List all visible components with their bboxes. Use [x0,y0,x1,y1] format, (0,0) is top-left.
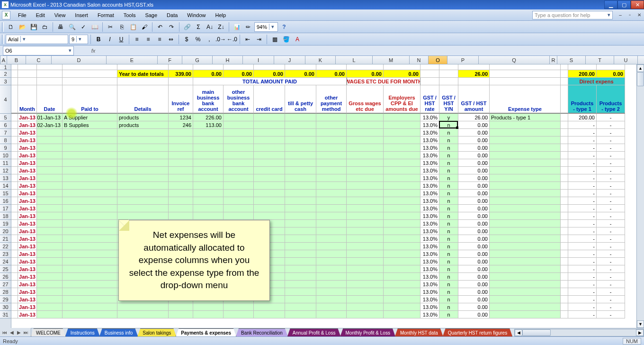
cell[interactable] [254,144,285,152]
cell[interactable]: - [597,144,625,152]
cell[interactable] [490,144,561,152]
cell[interactable] [37,212,63,220]
cell[interactable]: Jan-13 [18,182,37,190]
cell[interactable]: 0.00 [458,144,490,152]
menu-window[interactable]: Window [182,11,210,19]
cell[interactable]: - [568,220,597,227]
underline-icon[interactable]: U [116,34,126,45]
cell[interactable] [316,212,347,220]
cell[interactable] [169,152,193,159]
cell[interactable]: n [439,265,458,273]
cell[interactable]: till & petty cash [285,85,316,114]
cell[interactable]: 226.00 [193,114,224,121]
font-combo[interactable]: Arial ▾ [6,35,68,44]
cell[interactable] [11,205,18,212]
cell[interactable]: - [597,212,625,220]
cell[interactable] [11,296,18,303]
cell[interactable]: - [568,296,597,303]
cell[interactable] [347,250,384,258]
cell[interactable]: Jan-13 [18,265,37,273]
cell[interactable]: Jan-13 [18,250,37,258]
cell[interactable]: n [439,273,458,281]
row-header[interactable]: 18 [0,212,11,220]
cell[interactable] [11,258,18,265]
cell[interactable] [420,64,439,70]
cell[interactable]: - [597,265,625,273]
cell[interactable]: 0.00 [597,70,625,78]
increase-indent-icon[interactable]: ⇥ [254,34,264,45]
cell[interactable] [490,265,561,273]
cell[interactable]: Jan-13 [18,114,37,121]
cell[interactable] [384,212,420,220]
cell[interactable] [63,235,117,243]
cell[interactable] [37,159,63,167]
cell[interactable] [224,303,254,311]
cell[interactable]: 0.00 [316,70,347,78]
cell[interactable]: 0.00 [458,190,490,197]
cell[interactable] [63,205,117,212]
cell[interactable] [316,64,347,70]
column-header[interactable]: H [213,56,243,64]
cell[interactable] [11,303,18,311]
row-header[interactable]: 14 [0,182,11,190]
cell[interactable] [193,190,224,197]
cell[interactable]: Jan-13 [18,220,37,227]
cell[interactable]: - [597,281,625,288]
cell[interactable] [254,136,285,144]
cell[interactable]: n [439,288,458,296]
cell[interactable]: 13.0% [420,212,439,220]
cell[interactable]: 0.00 [224,70,254,78]
cell[interactable]: 246 [169,121,193,129]
cell[interactable] [316,167,347,174]
cell[interactable] [63,303,117,311]
cell[interactable]: 0.00 [458,197,490,205]
cell[interactable] [285,265,316,273]
cell[interactable] [316,296,347,303]
cell[interactable]: 0.00 [458,182,490,190]
font-size-combo[interactable]: 9 ▾ [69,35,88,44]
cell[interactable] [254,129,285,136]
cell[interactable] [561,243,568,250]
cell[interactable] [11,190,18,197]
cell[interactable] [561,167,568,174]
cell[interactable] [224,159,254,167]
cell[interactable] [117,311,169,318]
cell[interactable] [63,265,117,273]
cell[interactable]: n [439,152,458,159]
cell[interactable] [169,159,193,167]
cell[interactable] [169,64,193,70]
cell[interactable] [169,205,193,212]
cell[interactable]: 0.00 [458,288,490,296]
cell[interactable] [37,220,63,227]
cell[interactable] [384,296,420,303]
cell[interactable] [347,311,384,318]
cell[interactable] [193,144,224,152]
cell[interactable]: Jan-13 [18,243,37,250]
cell[interactable] [490,227,561,235]
column-header[interactable]: R [550,56,557,64]
cell[interactable] [316,250,347,258]
cell[interactable] [11,250,18,258]
cell[interactable]: 13.0% [420,303,439,311]
cell[interactable] [384,250,420,258]
cell[interactable]: Date [37,85,63,114]
cell[interactable]: 0.00 [458,159,490,167]
cell[interactable]: 13.0% [420,197,439,205]
cell[interactable] [11,152,18,159]
cell[interactable]: - [568,182,597,190]
menu-format[interactable]: Format [93,11,119,19]
row-header[interactable]: 8 [0,136,11,144]
cell[interactable] [597,64,625,70]
cell[interactable] [63,227,117,235]
cell[interactable] [458,64,490,70]
cell[interactable] [561,303,568,311]
column-header[interactable]: A [0,56,7,64]
cell[interactable] [384,174,420,182]
cell[interactable]: Products - type 1 [490,114,561,121]
cell[interactable] [169,136,193,144]
column-header[interactable]: B [7,56,26,64]
cell[interactable] [561,250,568,258]
merge-center-icon[interactable]: ⇔ [166,34,176,45]
cell[interactable]: Jan-13 [18,303,37,311]
cell[interactable]: - [568,174,597,182]
